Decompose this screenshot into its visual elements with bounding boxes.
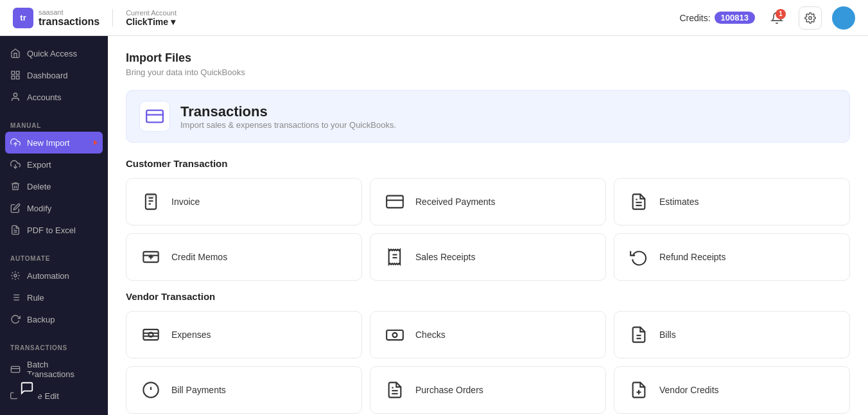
- user-avatar[interactable]: [832, 6, 855, 30]
- logo-brand: saasant: [39, 8, 100, 16]
- received-payments-label: Received Payments: [415, 197, 496, 207]
- card-credit-memos[interactable]: Credit Memos: [126, 233, 362, 281]
- svg-rect-1: [12, 71, 15, 75]
- rule-icon: [10, 292, 21, 303]
- account-info: Current Account ClickTime ▾: [112, 9, 177, 27]
- credits-section: Credits: 100813: [679, 12, 755, 24]
- vendor-credits-label: Vendor Credits: [659, 385, 719, 395]
- svg-point-46: [393, 333, 397, 337]
- card-expenses[interactable]: Expenses: [126, 311, 362, 358]
- notification-count: 1: [776, 9, 786, 19]
- upload-icon: [10, 137, 21, 148]
- sales-receipts-label: Sales Receipts: [415, 252, 475, 262]
- card-checks[interactable]: Checks: [370, 311, 606, 358]
- arrow-icon: [94, 140, 98, 145]
- payment-icon: [383, 190, 406, 213]
- vendorcredit-icon: [627, 378, 650, 402]
- sidebar-item-label: Dashboard: [27, 71, 68, 80]
- purchase-orders-label: Purchase Orders: [415, 385, 483, 395]
- sidebar-item-label: Accounts: [27, 93, 61, 102]
- download-icon: [10, 159, 21, 170]
- sidebar-section-transactions-label: TRANSACTIONS: [0, 339, 108, 354]
- invoice-label: Invoice: [171, 197, 200, 207]
- refund-receipts-label: Refund Receipts: [659, 252, 726, 262]
- sidebar-item-label: Batch Transactions: [27, 360, 98, 379]
- sidebar-item-new-import[interactable]: New Import: [5, 132, 103, 154]
- account-label: Current Account: [126, 9, 177, 17]
- backup-icon: [10, 314, 21, 324]
- auto-icon: [10, 270, 21, 281]
- sidebar-item-label: Modify: [27, 204, 51, 213]
- sidebar-item-automation[interactable]: Automation: [0, 265, 108, 287]
- vendor-grid: Expenses Checks: [126, 311, 850, 414]
- sidebar-item-backup[interactable]: Backup: [0, 308, 108, 330]
- page-subtitle: Bring your data into QuickBooks: [126, 67, 850, 77]
- gear-icon: [804, 12, 816, 24]
- transactions-icon: [146, 107, 164, 125]
- account-name-btn[interactable]: ClickTime ▾: [126, 17, 177, 27]
- sidebar-item-label: PDF to Excel: [27, 225, 76, 235]
- estimates-label: Estimates: [659, 197, 699, 207]
- edit-icon: [10, 203, 21, 213]
- svg-rect-26: [146, 110, 163, 123]
- svg-point-10: [14, 274, 17, 277]
- credits-label: Credits:: [679, 13, 710, 23]
- logo: tr saasant transactions: [13, 8, 100, 28]
- sidebar-item-label: New Import: [27, 138, 69, 148]
- sidebar-item-rule[interactable]: Rule: [0, 287, 108, 308]
- settings-button[interactable]: [799, 6, 822, 30]
- home-icon: [10, 48, 21, 58]
- card-bill-payments[interactable]: Bill Payments: [126, 366, 362, 414]
- expenses-icon: [139, 323, 162, 346]
- sidebar-item-dashboard[interactable]: Dashboard: [0, 64, 108, 86]
- svg-rect-2: [16, 71, 19, 75]
- sidebar-section-manual: MANUAL New Import Export Delete Modify P…: [0, 110, 108, 243]
- card-sales-receipts[interactable]: Sales Receipts: [370, 233, 606, 281]
- transactions-desc: Import sales & expenses transactions to …: [180, 120, 396, 130]
- logo-text: saasant transactions: [39, 8, 100, 28]
- svg-rect-33: [386, 196, 403, 208]
- header: tr saasant transactions Current Account …: [0, 0, 868, 36]
- sidebar-section-manual-label: MANUAL: [0, 117, 108, 132]
- card-refund-receipts[interactable]: Refund Receipts: [614, 233, 850, 281]
- logo-product: transactions: [39, 16, 100, 28]
- svg-point-0: [809, 16, 812, 19]
- sidebar-item-delete[interactable]: Delete: [0, 175, 108, 197]
- file-icon: [10, 225, 21, 235]
- transactions-card[interactable]: Transactions Import sales & expenses tra…: [126, 90, 850, 143]
- bills-icon: [627, 323, 650, 346]
- sidebar-item-pdf-to-excel[interactable]: PDF to Excel: [0, 219, 108, 241]
- sidebar-section-top: Quick Access Dashboard Accounts: [0, 36, 108, 110]
- notification-button[interactable]: 1: [765, 6, 788, 30]
- svg-rect-32: [147, 194, 155, 197]
- logo-icon: tr: [13, 8, 33, 28]
- sidebar-item-export[interactable]: Export: [0, 154, 108, 175]
- transactions-title: Transactions: [180, 103, 396, 120]
- credit-icon: [139, 245, 162, 269]
- card-estimates[interactable]: Estimates: [614, 178, 850, 225]
- main-content-area: Import Files Bring your data into QuickB…: [108, 36, 868, 415]
- sidebar-item-quick-access[interactable]: Quick Access: [0, 42, 108, 64]
- customer-grid: Invoice Received Payments: [126, 178, 850, 281]
- credit-memos-label: Credit Memos: [171, 252, 227, 262]
- transactions-icon-box: [139, 101, 170, 132]
- sidebar-item-label: Automation: [27, 271, 69, 281]
- sidebar-item-accounts[interactable]: Accounts: [0, 86, 108, 108]
- header-left: tr saasant transactions Current Account …: [13, 8, 177, 28]
- main-content: Import Files Bring your data into QuickB…: [108, 36, 868, 415]
- card-vendor-credits[interactable]: Vendor Credits: [614, 366, 850, 414]
- chat-button[interactable]: [13, 374, 41, 402]
- card-invoice[interactable]: Invoice: [126, 178, 362, 225]
- sidebar-item-label: Rule: [27, 293, 44, 303]
- page-title: Import Files: [126, 51, 850, 65]
- sidebar-section-automate-label: AUTOMATE: [0, 250, 108, 265]
- card-bills[interactable]: Bills: [614, 311, 850, 358]
- bills-label: Bills: [659, 330, 676, 340]
- card-purchase-orders[interactable]: Purchase Orders: [370, 366, 606, 414]
- svg-rect-4: [12, 76, 15, 79]
- estimates-icon: [627, 190, 650, 213]
- card-received-payments[interactable]: Received Payments: [370, 178, 606, 225]
- sidebar-item-modify[interactable]: Modify: [0, 197, 108, 219]
- svg-rect-45: [386, 330, 403, 340]
- chevron-down-icon: ▾: [171, 17, 175, 27]
